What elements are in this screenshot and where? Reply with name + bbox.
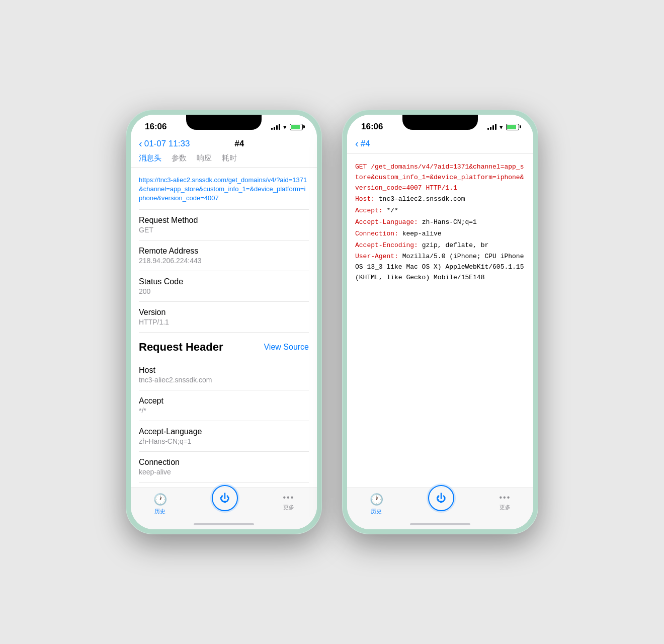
bottom-tab-bar-right: 🕐 历史 ⏻ ••• 更多 <box>347 488 533 519</box>
info-section-left: https://tnc3-aliec2.snssdk.com/get_domai… <box>131 168 317 488</box>
notch-right <box>402 115 478 130</box>
source-url-line: GET /get_domains/v4/?aid=1371&channel=ap… <box>355 162 525 193</box>
status-code-label: Status Code <box>139 277 309 286</box>
source-accept-line: Accept: */* <box>355 206 525 216</box>
source-connection-key: Connection: <box>355 230 398 237</box>
source-user-agent-key: User-Agent: <box>355 253 398 260</box>
tab-response[interactable]: 响应 <box>197 153 212 165</box>
source-accept-enc-value: gzip, deflate, br <box>418 242 488 249</box>
remote-address-value: 218.94.206.224:443 <box>139 257 309 265</box>
more-label-left: 更多 <box>283 504 294 511</box>
status-time-left: 16:06 <box>145 122 167 132</box>
request-method-row: Request Method GET <box>139 210 309 240</box>
home-bar-left <box>194 523 254 525</box>
home-indicator-left <box>131 519 317 529</box>
signal-icon-left <box>271 124 280 130</box>
history-tab-left[interactable]: 🕐 历史 <box>153 493 167 515</box>
accept-language-row: Accept-Language zh-Hans-CN;q=1 <box>139 421 309 452</box>
right-phone: 16:06 ▾ ‹ #4 <box>342 110 538 534</box>
status-code-value: 200 <box>139 287 309 295</box>
wifi-icon-left: ▾ <box>283 123 287 131</box>
accept-language-label: Accept-Language <box>139 427 309 436</box>
source-accept-lang-line: Accept-Language: zh-Hans-CN;q=1 <box>355 217 525 228</box>
source-connection-line: Connection: keep-alive <box>355 229 525 239</box>
host-value: tnc3-aliec2.snssdk.com <box>139 376 309 384</box>
right-phone-screen: 16:06 ▾ ‹ #4 <box>347 115 533 529</box>
version-row: Version HTTP/1.1 <box>139 302 309 333</box>
status-time-right: 16:06 <box>361 122 383 132</box>
back-button-left[interactable]: ‹ 01-07 11:33 <box>139 138 190 149</box>
notch <box>186 115 262 130</box>
chevron-left-icon-right: ‹ <box>355 138 359 149</box>
nav-bar-left: ‹ 01-07 11:33 #4 <box>131 134 317 151</box>
remote-address-label: Remote Address <box>139 247 309 256</box>
bottom-tab-bar-left: 🕐 历史 ⏻ ••• 更多 <box>131 488 317 519</box>
power-btn-wrap-right: ⏻ <box>428 493 454 511</box>
home-indicator-right <box>347 519 533 529</box>
source-text-block: GET /get_domains/v4/?aid=1371&channel=ap… <box>347 154 533 292</box>
accept-row: Accept */* <box>139 390 309 421</box>
wifi-icon-right: ▾ <box>500 123 503 131</box>
request-method-label: Request Method <box>139 216 309 225</box>
back-label-left: 01-07 11:33 <box>144 139 190 149</box>
battery-icon-right <box>506 124 519 130</box>
status-icons-right: ▾ <box>487 123 519 131</box>
request-method-value: GET <box>139 226 309 234</box>
source-accept-enc-key: Accept-Encoding: <box>355 242 418 249</box>
accept-language-value: zh-Hans-CN;q=1 <box>139 437 309 445</box>
accept-value: */* <box>139 407 309 415</box>
history-icon-left: 🕐 <box>153 493 167 506</box>
source-url-text: GET /get_domains/v4/?aid=1371&channel=ap… <box>355 163 524 192</box>
source-accept-key: Accept: <box>355 207 383 214</box>
more-label-right: 更多 <box>500 504 511 511</box>
history-label-left: 历史 <box>154 508 165 515</box>
source-host-value: tnc3-aliec2.snssdk.com <box>375 195 465 203</box>
source-connection-value: keep-alive <box>398 230 442 237</box>
remote-address-row: Remote Address 218.94.206.224:443 <box>139 240 309 271</box>
left-phone-screen: 16:06 ▾ ‹ 01-07 11:33 #4 <box>131 115 317 529</box>
history-icon-right: 🕐 <box>370 493 383 506</box>
accept-label: Accept <box>139 396 309 406</box>
more-tab-left[interactable]: ••• 更多 <box>283 493 294 511</box>
power-icon-left: ⏻ <box>220 493 230 504</box>
view-source-button[interactable]: View Source <box>264 343 309 352</box>
version-label: Version <box>139 308 309 317</box>
status-icons-left: ▾ <box>271 123 303 131</box>
back-button-right[interactable]: ‹ #4 <box>355 138 370 149</box>
source-accept-lang-key: Accept-Language: <box>355 218 418 226</box>
status-code-row: Status Code 200 <box>139 271 309 302</box>
history-label-right: 历史 <box>371 508 382 515</box>
power-icon-right: ⏻ <box>436 493 446 504</box>
source-host-key: Host: <box>355 195 375 203</box>
signal-icon-right <box>487 124 496 130</box>
source-accept-lang-value: zh-Hans-CN;q=1 <box>418 218 477 226</box>
tab-params[interactable]: 参数 <box>172 153 187 165</box>
source-accept-value: */* <box>383 207 398 214</box>
host-label: Host <box>139 366 309 375</box>
tab-messages[interactable]: 消息头 <box>139 153 161 165</box>
chevron-left-icon-left: ‹ <box>139 138 142 149</box>
more-dots-right: ••• <box>499 493 511 502</box>
source-host-line: Host: tnc3-aliec2.snssdk.com <box>355 194 525 205</box>
tab-strip-left: 消息头 参数 响应 耗时 <box>131 151 317 168</box>
nav-title-left: #4 <box>234 139 244 149</box>
power-button-right[interactable]: ⏻ <box>428 485 454 511</box>
tab-time[interactable]: 耗时 <box>222 153 237 165</box>
nav-bar-right: ‹ #4 <box>347 134 533 154</box>
request-header-section: Request Header View Source <box>139 333 309 360</box>
connection-value: keep-alive <box>139 468 309 476</box>
power-btn-wrap-left: ⏻ <box>212 493 238 511</box>
source-user-agent-line: User-Agent: Mozilla/5.0 (iPhone; CPU iPh… <box>355 252 525 283</box>
more-tab-right[interactable]: ••• 更多 <box>499 493 511 511</box>
more-dots-left: ••• <box>283 493 294 502</box>
request-header-title: Request Header <box>139 341 223 354</box>
battery-icon-left <box>290 124 303 130</box>
history-tab-right[interactable]: 🕐 历史 <box>370 493 383 515</box>
left-phone: 16:06 ▾ ‹ 01-07 11:33 #4 <box>126 110 322 534</box>
url-text-left: https://tnc3-aliec2.snssdk.com/get_domai… <box>139 172 309 210</box>
connection-row: Connection keep-alive <box>139 452 309 482</box>
power-button-left[interactable]: ⏻ <box>212 485 238 511</box>
version-value: HTTP/1.1 <box>139 318 309 326</box>
connection-label: Connection <box>139 458 309 467</box>
content-left: https://tnc3-aliec2.snssdk.com/get_domai… <box>131 168 317 488</box>
